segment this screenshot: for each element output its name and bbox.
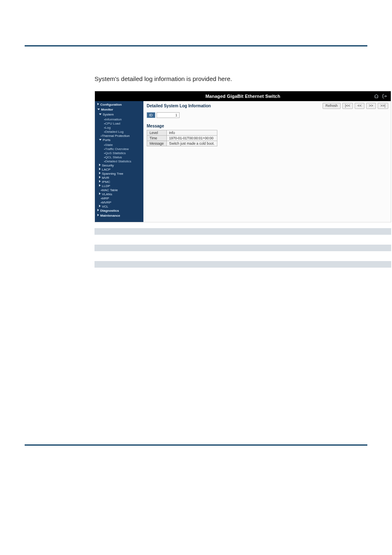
sidebar-item-traffic-overview[interactable]: Traffic Overview [104,147,142,151]
app-brand: Managed GigaBit Ethernet Switch [205,94,280,99]
last-button[interactable]: >>| [378,103,388,109]
intro-text: System's detailed log information is pro… [95,75,232,82]
sidebar-item-ports[interactable]: Ports [99,138,142,142]
placeholder-bar [95,261,391,268]
sidebar-item-lldp[interactable]: LLDP [99,184,142,188]
content-pane: Detailed System Log Information Refresh … [143,101,391,222]
time-key: Time [147,136,167,141]
sidebar-item-spanning-tree[interactable]: Spanning Tree [99,172,142,176]
table-row: Time 1970-01-01T00:00:01+00:00 [147,136,217,141]
message-header: Message [147,124,387,128]
sidebar-item-qcl-status[interactable]: QCL Status [104,155,142,160]
sidebar-item-qos-statistics[interactable]: QoS Statistics [104,151,142,155]
level-key: Level [147,130,167,136]
placeholder-bars [95,228,391,268]
page-top-rule [25,45,367,46]
sidebar-item-monitor[interactable]: Monitor [97,108,142,112]
home-icon[interactable] [374,93,379,99]
id-label: ID [147,112,155,118]
sidebar-item-information[interactable]: Information [104,118,142,122]
sidebar-item-lacp[interactable]: LACP [99,168,142,172]
sidebar-item-state[interactable]: State [104,143,142,147]
sidebar-item-log[interactable]: Log [104,126,142,130]
first-button[interactable]: |<< [342,103,353,109]
sidebar-item-diagnostics[interactable]: Diagnostics [97,209,142,213]
sidebar-item-security[interactable]: Security [99,164,142,168]
message-value: Switch just made a cold boot. [166,141,217,146]
sidebar-item-mrp[interactable]: MRP [101,197,142,201]
message-table: Level Info Time 1970-01-01T00:00:01+00:0… [147,130,217,146]
next-button[interactable]: >> [366,103,376,109]
table-row: Level Info [147,130,217,136]
sidebar-item-detailed-log[interactable]: Detailed Log [104,130,142,134]
sidebar-item-mvrp[interactable]: MVRP [101,201,142,205]
app-window: Managed GigaBit Ethernet Switch Configur… [95,91,391,222]
sidebar-item-thermal-protection[interactable]: Thermal Protection [101,134,142,138]
sidebar-item-mvr[interactable]: MVR [99,176,142,180]
sidebar-item-mac-table[interactable]: MAC Table [101,188,142,192]
time-value: 1970-01-01T00:00:01+00:00 [166,136,217,141]
sidebar-item-cpu-load[interactable]: CPU Load [104,122,142,126]
message-key: Message [147,141,167,146]
sidebar-item-system[interactable]: System [99,113,142,117]
toolbar: Refresh |<< << >> >>| [323,103,388,109]
table-row: Message Switch just made a cold boot. [147,141,217,146]
sidebar-item-detailed-statistics[interactable]: Detailed Statistics [104,160,142,164]
sidebar: Configuration Monitor System Information… [95,101,143,222]
placeholder-bar [95,228,391,235]
sidebar-item-maintenance[interactable]: Maintenance [97,214,142,218]
id-input[interactable]: 1 [157,112,180,118]
logout-icon[interactable] [382,93,387,99]
refresh-button[interactable]: Refresh [323,103,341,109]
sidebar-item-vcl[interactable]: VCL [99,205,142,209]
level-value: Info [166,130,217,136]
placeholder-bar [95,245,391,251]
app-header: Managed GigaBit Ethernet Switch [95,91,391,101]
sidebar-item-configuration[interactable]: Configuration [97,103,142,107]
sidebar-item-ipmc[interactable]: IPMC [99,180,142,184]
prev-button[interactable]: << [355,103,364,109]
sidebar-item-vlans[interactable]: VLANs [99,192,142,197]
